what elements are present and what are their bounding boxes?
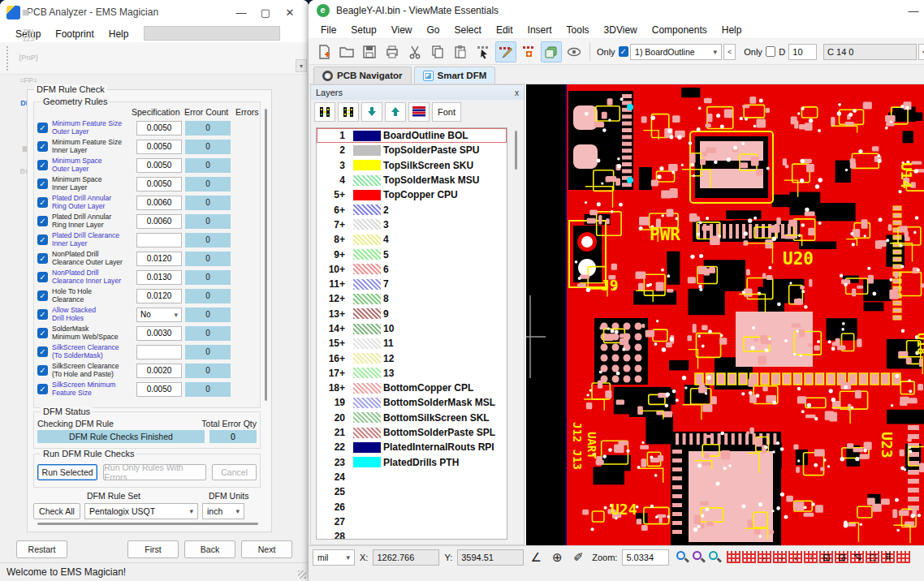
menu-go[interactable]: Go [420, 23, 447, 37]
run-selected-button[interactable]: Run Selected [37, 464, 97, 480]
layer-color-swatch[interactable] [353, 428, 381, 438]
rules-scrollbar[interactable] [265, 109, 267, 401]
layer-color-swatch[interactable] [353, 338, 381, 349]
layers-scrollbar[interactable] [515, 131, 517, 533]
new-file-icon[interactable] [313, 41, 335, 62]
rule-checkbox[interactable]: ✓ [37, 328, 48, 338]
layer-row[interactable]: 11+7 [317, 277, 507, 291]
rule-spec-input[interactable]: 0.0050 [136, 140, 182, 154]
align-layers-icon[interactable] [314, 102, 335, 122]
layer-color-swatch[interactable] [353, 264, 381, 274]
chip-check-icon[interactable]: ▦✓ [16, 2, 41, 24]
layer-back-button[interactable]: < [723, 44, 736, 60]
left-titlebar[interactable]: PCB Analyzer - EMS Magician — ▢ ✕ [0, 0, 309, 24]
restart-button[interactable]: Restart [16, 540, 67, 558]
menu-edit[interactable]: Edit [489, 23, 520, 37]
toolbar-grip[interactable] [6, 46, 10, 71]
swap-layers-icon[interactable] [338, 102, 359, 122]
tab-smart-dfm[interactable]: ◪ Smart DFM [414, 67, 496, 84]
rule-spec-input[interactable]: 0.0130 [136, 270, 182, 285]
minimize-button[interactable]: — [229, 3, 253, 21]
layer-color-swatch[interactable] [353, 145, 381, 156]
active-layer-combo[interactable]: 1) BoardOutline▾ [630, 44, 722, 60]
menu-components[interactable]: Components [645, 23, 715, 37]
layer-row[interactable]: 26 [317, 499, 507, 514]
measure-angle-icon[interactable]: ∠ [527, 550, 545, 565]
layer-color-swatch[interactable] [353, 398, 381, 408]
pnp-icon[interactable]: (PnP) [16, 47, 41, 70]
rule-checkbox[interactable]: ✓ [37, 123, 48, 133]
rule-spec-input[interactable]: 0.0120 [136, 289, 182, 303]
grid-tool-icon[interactable]: ↑ [804, 551, 818, 563]
origin-crosshair-icon[interactable]: ⊕ [548, 550, 566, 565]
layer-color-swatch[interactable] [353, 235, 381, 245]
rule-label[interactable]: Allow StackedDrill Holes [52, 307, 130, 322]
menu-3dview[interactable]: 3DView [597, 23, 645, 37]
first-button[interactable]: First [127, 540, 179, 558]
only-layer-checkbox[interactable]: ✓ [619, 46, 628, 57]
rule-checkbox[interactable]: ✓ [37, 365, 48, 376]
layer-color-swatch[interactable] [353, 442, 381, 453]
open-folder-icon[interactable] [336, 41, 357, 62]
rule-checkbox[interactable]: ✓ [37, 272, 48, 282]
rule-checkbox[interactable]: ✓ [37, 216, 48, 226]
probe-icon[interactable]: ✐ [569, 550, 587, 565]
layer-row[interactable]: 14+10 [317, 321, 507, 336]
pcb-canvas[interactable]: PWRJ9U20U14U23U24UARTJ12 J13U18 [526, 84, 924, 545]
menu-view[interactable]: View [384, 23, 420, 37]
rule-checkbox[interactable]: ✓ [37, 179, 48, 189]
dfm-rule-set-combo[interactable]: Pentalogix USQT▾ [84, 503, 198, 519]
edit-pencil-icon[interactable] [495, 41, 516, 62]
layer-color-swatch[interactable] [353, 368, 381, 378]
layer-row[interactable]: 21BottomSolderPaste SPL [317, 425, 507, 440]
cut-icon[interactable] [404, 41, 425, 62]
layer-color-swatch[interactable] [353, 204, 381, 215]
font-button[interactable]: Font [432, 102, 461, 122]
layers-panel-header[interactable]: Layers x [311, 85, 524, 100]
layer-stack-icon[interactable] [408, 102, 430, 122]
save-icon[interactable] [359, 41, 380, 62]
layer-row[interactable]: 12+8 [317, 291, 507, 306]
minimize-button[interactable]: — [901, 2, 924, 19]
rule-label[interactable]: NonPlated DrillClearance Inner Layer [52, 269, 130, 285]
layer-row[interactable]: 25 [317, 484, 507, 499]
layer-color-swatch[interactable] [353, 324, 381, 334]
run-only-errors-button[interactable]: Run Only Rules With Errors [103, 464, 206, 480]
menu-inline-box[interactable] [144, 26, 280, 41]
layer-color-swatch[interactable] [353, 249, 381, 260]
grid-tool-icon[interactable]: ⬚ [866, 551, 879, 563]
panel-hscrollbar[interactable] [37, 523, 258, 525]
layer-row[interactable]: 24 [317, 470, 507, 484]
menu-footprint[interactable]: Footprint [48, 27, 101, 41]
next-button[interactable]: Next [241, 540, 292, 558]
layer-row[interactable]: 27 [317, 514, 507, 529]
layer-row[interactable]: 19BottomSolderMask MSL [317, 395, 507, 410]
grid-tool-icon[interactable]: → [773, 551, 787, 563]
layer-color-swatch[interactable] [353, 353, 381, 364]
rule-checkbox[interactable]: ✓ [37, 141, 48, 152]
layer-row[interactable]: 5+TopCopper CPU [317, 187, 507, 202]
toolbar-overflow-button[interactable]: ▾ [296, 59, 307, 72]
print-icon[interactable] [382, 41, 403, 62]
menu-help[interactable]: Help [715, 23, 749, 37]
rule-label[interactable]: Minimum Feature SizeOuter Layer [52, 120, 130, 136]
layer-color-swatch[interactable] [353, 279, 381, 290]
close-icon[interactable]: x [515, 88, 519, 97]
menu-insert[interactable]: Insert [520, 23, 559, 37]
rule-checkbox[interactable]: ✓ [37, 309, 48, 320]
tab-pcb-navigator[interactable]: ◉ PCB Navigator [313, 67, 412, 84]
cancel-button[interactable]: Cancel [212, 464, 257, 480]
rule-checkbox[interactable]: ✓ [37, 346, 48, 357]
grid-tool-icon[interactable]: ⠿ [881, 551, 895, 563]
rule-label[interactable]: Plated Drill AnnularRing Outer Layer [52, 195, 130, 210]
layer-color-swatch[interactable] [353, 131, 381, 141]
layer-color-swatch[interactable] [353, 294, 381, 304]
layer-color-swatch[interactable] [353, 308, 381, 319]
move-layer-up-icon[interactable] [385, 102, 406, 122]
layer-row[interactable]: 6+2 [317, 202, 507, 217]
layer-color-swatch[interactable] [353, 160, 381, 170]
select-cursor-icon[interactable] [473, 41, 494, 62]
layer-row[interactable]: 16+12 [317, 351, 507, 365]
dfm-units-combo[interactable]: inch▾ [202, 503, 244, 519]
layer-color-swatch[interactable] [353, 383, 381, 394]
